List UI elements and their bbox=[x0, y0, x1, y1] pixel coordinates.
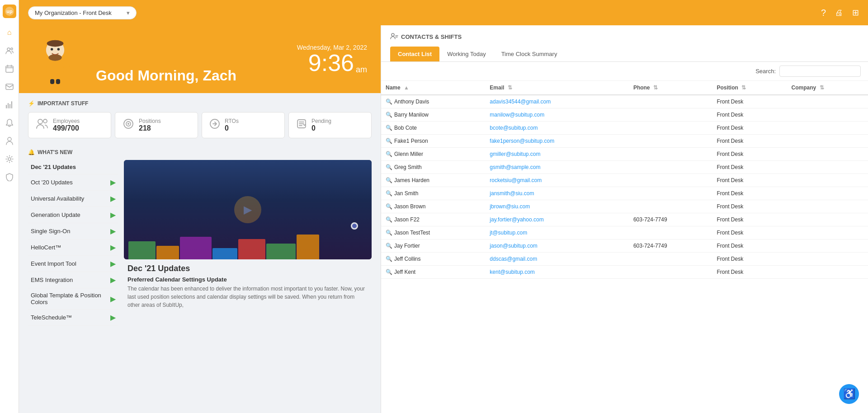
contacts-table: Name ▲ Email ⇅ Phone ⇅ bbox=[381, 81, 868, 279]
table-row[interactable]: 🔍Greg Smith gsmith@sample.com Front Desk bbox=[381, 161, 868, 174]
cell-company bbox=[787, 213, 868, 226]
contact-search-icon: 🔍 bbox=[386, 190, 392, 197]
lightning-icon: ⚡ bbox=[28, 100, 35, 107]
users-icon[interactable] bbox=[1, 42, 18, 59]
shield-icon[interactable] bbox=[1, 169, 18, 185]
whats-new-item-9[interactable]: TeleSchedule™ ▶ bbox=[28, 310, 118, 326]
email-link[interactable]: adavis34544@gmail.com bbox=[490, 99, 551, 105]
video-thumbnail[interactable]: ▶ bbox=[124, 160, 372, 259]
whats-new-item-7[interactable]: EMS Integration ▶ bbox=[28, 272, 118, 288]
home-icon[interactable]: ⌂ bbox=[1, 24, 18, 41]
whats-new-item-3[interactable]: Generation Update ▶ bbox=[28, 207, 118, 223]
contact-search-icon: 🔍 bbox=[386, 125, 392, 131]
col-email[interactable]: Email ⇅ bbox=[485, 81, 629, 95]
email-link[interactable]: gsmith@sample.com bbox=[490, 164, 540, 170]
whats-new-item-5[interactable]: HelloCert™ ▶ bbox=[28, 239, 118, 256]
employees-icon bbox=[36, 118, 48, 132]
contacts-tbody: 🔍Anthony Davis adavis34544@gmail.com Fro… bbox=[381, 95, 868, 279]
email-link[interactable]: bcote@subitup.com bbox=[490, 125, 538, 131]
table-row[interactable]: 🔍James Harden rocketsiu@gmail.com Front … bbox=[381, 174, 868, 187]
positions-icon bbox=[123, 118, 134, 132]
cell-name: 🔍Jason TestTest bbox=[381, 226, 485, 239]
email-link[interactable]: jbrown@siu.com bbox=[490, 203, 530, 210]
svg-point-13 bbox=[57, 48, 60, 51]
table-row[interactable]: 🔍Jason F22 jay.fortier@yahoo.com 603-724… bbox=[381, 213, 868, 226]
topbar-left: My Organization - Front Desk ▾ bbox=[28, 6, 137, 19]
col-position[interactable]: Position ⇅ bbox=[712, 81, 787, 95]
stat-pending[interactable]: Pending 0 bbox=[288, 112, 372, 138]
tab-working-today[interactable]: Working Today bbox=[439, 47, 494, 61]
table-row[interactable]: 🔍Fake1 Person fake1person@subitup.com Fr… bbox=[381, 135, 868, 148]
col-phone[interactable]: Phone ⇅ bbox=[629, 81, 712, 95]
settings-icon[interactable] bbox=[1, 151, 18, 167]
table-row[interactable]: 🔍Glenn Miller gmiller@subitup.com Front … bbox=[381, 148, 868, 161]
table-row[interactable]: 🔍Jan Smith jansmith@siu.com Front Desk bbox=[381, 187, 868, 200]
sort-position-icon: ⇅ bbox=[741, 84, 746, 91]
search-input[interactable] bbox=[779, 66, 861, 77]
cell-email: manilow@subitup.com bbox=[485, 108, 629, 122]
table-row[interactable]: 🔍Jason TestTest jt@subitup.com Front Des… bbox=[381, 226, 868, 239]
grid-icon[interactable]: ⊞ bbox=[852, 8, 859, 18]
email-link[interactable]: jason@subitup.com bbox=[490, 243, 538, 249]
video-bars bbox=[124, 200, 372, 259]
bell-icon[interactable] bbox=[1, 115, 18, 131]
contacts-title: CONTACTS & SHIFTS bbox=[390, 33, 859, 41]
whats-new-item-2[interactable]: Universal Availability ▶ bbox=[28, 191, 118, 207]
org-selector[interactable]: My Organization - Front Desk ▾ bbox=[28, 6, 137, 19]
cell-phone bbox=[629, 266, 712, 279]
whats-new-item-8[interactable]: Global Template & Position Colors ▶ bbox=[28, 288, 118, 310]
col-company[interactable]: Company ⇅ bbox=[787, 81, 868, 95]
time-display: 9:36 bbox=[308, 51, 354, 75]
email-link[interactable]: gmiller@subitup.com bbox=[490, 151, 540, 157]
contact-search-icon: 🔍 bbox=[386, 164, 392, 170]
email-link[interactable]: jay.fortier@yahoo.com bbox=[490, 216, 543, 223]
accessibility-button[interactable]: ♿ bbox=[839, 384, 859, 404]
table-row[interactable]: 🔍Jeff Kent kent@subitup.com Front Desk bbox=[381, 266, 868, 279]
whats-new-item-1[interactable]: Oct '20 Updates ▶ bbox=[28, 174, 118, 191]
calendar-icon[interactable] bbox=[1, 61, 18, 77]
app-logo[interactable]: up bbox=[3, 5, 16, 18]
email-link[interactable]: ddscas@gmail.com bbox=[490, 256, 537, 262]
cell-phone: 603-724-7749 bbox=[629, 213, 712, 226]
email-link[interactable]: jt@subitup.com bbox=[490, 230, 527, 236]
table-row[interactable]: 🔍Barry Manilow manilow@subitup.com Front… bbox=[381, 108, 868, 122]
whats-new-item-4[interactable]: Single Sign-On ▶ bbox=[28, 223, 118, 239]
rtos-label: RTOs bbox=[225, 118, 239, 124]
email-link[interactable]: jansmith@siu.com bbox=[490, 190, 534, 197]
bell-whats-new-icon: 🔔 bbox=[28, 149, 35, 155]
cell-name: 🔍Barry Manilow bbox=[381, 108, 485, 122]
stat-rtos[interactable]: RTOs 0 bbox=[202, 112, 285, 138]
svg-point-17 bbox=[38, 119, 42, 124]
print-icon[interactable]: 🖨 bbox=[835, 8, 843, 18]
email-link[interactable]: fake1person@subitup.com bbox=[490, 138, 554, 144]
table-row[interactable]: 🔍Jason Brown jbrown@siu.com Front Desk bbox=[381, 200, 868, 213]
cell-position: Front Desk bbox=[712, 95, 787, 108]
svg-rect-5 bbox=[6, 84, 13, 89]
email-link[interactable]: rocketsiu@gmail.com bbox=[490, 177, 542, 183]
email-link[interactable]: manilow@subitup.com bbox=[490, 112, 544, 118]
cell-name: 🔍James Harden bbox=[381, 174, 485, 187]
whats-new-item-6[interactable]: Event Import Tool ▶ bbox=[28, 256, 118, 272]
mail-icon[interactable] bbox=[1, 79, 18, 95]
table-row[interactable]: 🔍Anthony Davis adavis34544@gmail.com Fro… bbox=[381, 95, 868, 108]
arrow-icon-8: ▶ bbox=[110, 295, 116, 303]
help-icon[interactable]: ? bbox=[821, 8, 826, 18]
table-row[interactable]: 🔍Jeff Collins ddscas@gmail.com Front Des… bbox=[381, 253, 868, 266]
tab-contact-list[interactable]: Contact List bbox=[390, 47, 439, 61]
table-row[interactable]: 🔍Bob Cote bcote@subitup.com Front Desk bbox=[381, 122, 868, 135]
cell-position: Front Desk bbox=[712, 174, 787, 187]
greeting-text: Good Morning, Zach bbox=[96, 67, 236, 84]
chart-icon[interactable] bbox=[1, 97, 18, 113]
table-row[interactable]: 🔍Jay Fortier jason@subitup.com 603-724-7… bbox=[381, 239, 868, 253]
stat-positions[interactable]: Positions 218 bbox=[115, 112, 198, 138]
whats-new-item-0[interactable]: Dec '21 Updates bbox=[28, 160, 118, 174]
person-icon[interactable] bbox=[1, 133, 18, 149]
tab-time-clock-summary[interactable]: Time Clock Summary bbox=[494, 47, 565, 61]
employees-label: Employees bbox=[53, 118, 80, 124]
cell-email: jason@subitup.com bbox=[485, 239, 629, 253]
col-name[interactable]: Name ▲ bbox=[381, 81, 485, 95]
contact-table: Name ▲ Email ⇅ Phone ⇅ bbox=[381, 81, 868, 413]
email-link[interactable]: kent@subitup.com bbox=[490, 269, 535, 275]
stat-employees[interactable]: Employees 499/700 bbox=[28, 112, 111, 138]
cell-email: jbrown@siu.com bbox=[485, 200, 629, 213]
